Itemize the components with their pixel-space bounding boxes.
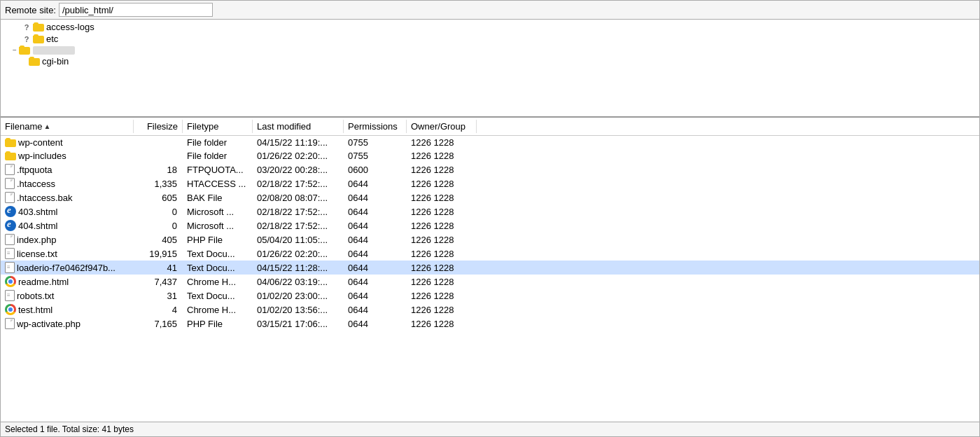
cell-owner: 1226 1228 <box>407 178 477 190</box>
tree-panel[interactable]: ? access-logs ? etc − cgi-bin <box>1 20 979 118</box>
cell-permissions: 0644 <box>344 318 407 330</box>
status-bar: Selected 1 file. Total size: 41 bytes <box>1 422 979 436</box>
cell-rest <box>477 142 979 144</box>
tree-item-etc[interactable]: ? etc <box>1 33 979 45</box>
cell-filetype: HTACCESS ... <box>183 178 253 190</box>
cell-owner: 1226 1228 <box>407 248 477 260</box>
chrome-icon <box>5 304 16 315</box>
cell-filename: .htaccess <box>1 177 134 190</box>
cell-filesize: 7,437 <box>134 276 183 288</box>
cell-owner: 1226 1228 <box>407 290 477 302</box>
table-row[interactable]: .ftpquota 18 FTPQUOTA... 03/20/22 00:28:… <box>1 162 979 176</box>
col-header-rest <box>477 120 979 133</box>
col-header-lastmod[interactable]: Last modified <box>253 120 344 133</box>
table-row[interactable]: wp-content File folder 04/15/22 11:19:..… <box>1 136 979 149</box>
doc-icon <box>5 178 15 189</box>
cell-filesize: 31 <box>134 290 183 302</box>
table-row[interactable]: license.txt 19,915 Text Docu... 01/26/22… <box>1 247 979 261</box>
ie-icon <box>5 206 16 217</box>
table-row[interactable]: robots.txt 31 Text Docu... 01/02/20 23:0… <box>1 289 979 303</box>
cell-filetype: Chrome H... <box>183 276 253 288</box>
tree-item-label: cgi-bin <box>42 56 69 67</box>
table-row[interactable]: test.html 4 Chrome H... 01/02/20 13:56:.… <box>1 303 979 317</box>
table-row[interactable]: loaderio-f7e0462f947b... 41 Text Docu...… <box>1 261 979 275</box>
col-header-filesize[interactable]: Filesize <box>134 120 183 133</box>
folder-icon <box>33 22 44 32</box>
cell-permissions: 0600 <box>344 164 407 176</box>
cell-filetype: Microsoft ... <box>183 220 253 232</box>
col-header-owner[interactable]: Owner/Group <box>407 120 477 133</box>
remote-site-input[interactable] <box>59 3 213 17</box>
folder-icon <box>19 46 30 55</box>
cell-filetype: File folder <box>183 137 253 148</box>
cell-permissions: 0644 <box>344 206 407 218</box>
cell-permissions: 0644 <box>344 304 407 316</box>
cell-lastmod: 04/15/22 11:19:... <box>253 137 344 148</box>
cell-filetype: File folder <box>183 150 253 162</box>
cell-owner: 1226 1228 <box>407 276 477 288</box>
col-header-filetype[interactable]: Filetype <box>183 120 253 133</box>
cell-filetype: BAK File <box>183 192 253 204</box>
col-header-permissions[interactable]: Permissions <box>344 120 407 133</box>
cell-lastmod: 02/18/22 17:52:... <box>253 220 344 232</box>
table-row[interactable]: 403.shtml 0 Microsoft ... 02/18/22 17:52… <box>1 204 979 218</box>
column-headers: Filename ▲ Filesize Filetype Last modifi… <box>1 118 979 136</box>
cell-filesize: 41 <box>134 262 183 274</box>
cell-permissions: 0644 <box>344 220 407 232</box>
table-row[interactable]: wp-activate.php 7,165 PHP File 03/15/21 … <box>1 317 979 331</box>
cell-filename: wp-content <box>1 137 134 148</box>
cell-rest <box>477 169 979 170</box>
cell-lastmod: 04/15/22 11:28:... <box>253 262 344 274</box>
cell-filetype: Chrome H... <box>183 304 253 316</box>
cell-owner: 1226 1228 <box>407 137 477 148</box>
cell-lastmod: 02/18/22 17:52:... <box>253 206 344 218</box>
cell-lastmod: 03/15/21 17:06:... <box>253 318 344 330</box>
table-row[interactable]: readme.html 7,437 Chrome H... 04/06/22 0… <box>1 275 979 289</box>
cell-rest <box>477 281 979 282</box>
cell-filename: .htaccess.bak <box>1 191 134 204</box>
table-row[interactable]: .htaccess 1,335 HTACCESS ... 02/18/22 17… <box>1 176 979 190</box>
table-row[interactable]: 404.shtml 0 Microsoft ... 02/18/22 17:52… <box>1 218 979 233</box>
table-row[interactable]: .htaccess.bak 605 BAK File 02/08/20 08:0… <box>1 190 979 204</box>
cell-filesize: 18 <box>134 164 183 176</box>
cell-filesize: 19,915 <box>134 248 183 260</box>
cell-filesize: 7,165 <box>134 318 183 330</box>
table-row[interactable]: index.php 405 PHP File 05/04/20 11:05:..… <box>1 233 979 247</box>
cell-owner: 1226 1228 <box>407 150 477 162</box>
cell-owner: 1226 1228 <box>407 262 477 274</box>
text-file-icon <box>5 248 15 259</box>
cell-lastmod: 01/02/20 23:00:... <box>253 290 344 302</box>
main-panel: Remote site: ? access-logs ? etc − <box>0 0 980 437</box>
col-header-filename[interactable]: Filename ▲ <box>1 120 134 133</box>
cell-rest <box>477 239 979 240</box>
tree-item-access-logs[interactable]: ? access-logs <box>1 21 979 33</box>
cell-rest <box>477 253 979 254</box>
cell-rest <box>477 267 979 268</box>
file-rows-container[interactable]: wp-content File folder 04/15/22 11:19:..… <box>1 136 979 422</box>
tree-item-cgi-bin[interactable]: cgi-bin <box>1 55 979 67</box>
cell-permissions: 0755 <box>344 150 407 162</box>
cell-owner: 1226 1228 <box>407 318 477 330</box>
cell-owner: 1226 1228 <box>407 234 477 246</box>
tree-item-public-html[interactable]: − <box>1 45 979 55</box>
cell-filesize: 0 <box>134 206 183 218</box>
cell-rest <box>477 295 979 296</box>
file-list-panel: Filename ▲ Filesize Filetype Last modifi… <box>1 118 979 422</box>
cell-permissions: 0644 <box>344 178 407 190</box>
cell-filetype: Text Docu... <box>183 262 253 274</box>
cell-filesize: 1,335 <box>134 178 183 190</box>
cell-permissions: 0644 <box>344 276 407 288</box>
table-row[interactable]: wp-includes File folder 01/26/22 02:20:.… <box>1 149 979 162</box>
cell-lastmod: 05/04/20 11:05:... <box>253 234 344 246</box>
cell-lastmod: 02/18/22 17:52:... <box>253 178 344 190</box>
cell-filesize: 0 <box>134 220 183 232</box>
cell-filesize: 405 <box>134 234 183 246</box>
cell-filetype: PHP File <box>183 234 253 246</box>
cell-permissions: 0755 <box>344 137 407 148</box>
cell-lastmod: 03/20/22 00:28:... <box>253 164 344 176</box>
cell-filename: license.txt <box>1 247 134 260</box>
remote-site-label: Remote site: <box>5 5 56 15</box>
cell-lastmod: 04/06/22 03:19:... <box>253 276 344 288</box>
sort-arrow-icon: ▲ <box>43 123 50 130</box>
cell-rest <box>477 155 979 157</box>
